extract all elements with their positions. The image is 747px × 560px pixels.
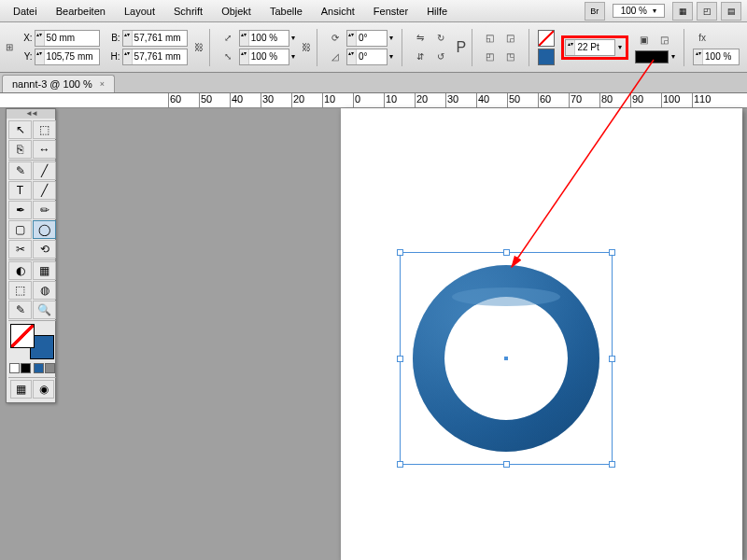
stroke-swatch[interactable] <box>538 49 555 65</box>
x-field[interactable]: ▴▾ <box>35 30 100 47</box>
shear-icon: ◿ <box>326 49 345 65</box>
height-field[interactable]: ▴▾ <box>122 49 188 65</box>
constrain-icon[interactable]: ⛓ <box>193 39 205 56</box>
zoom-dropdown[interactable]: 100 % <box>613 4 665 18</box>
tool-0[interactable]: ↖ <box>8 120 32 139</box>
effect-swatch[interactable] <box>635 50 669 63</box>
shear-field[interactable]: ▴▾ <box>346 49 388 65</box>
mini-swatch[interactable] <box>34 363 44 373</box>
tool-9[interactable]: ✏ <box>33 201 56 219</box>
select-prev-icon[interactable]: ◰ <box>481 49 500 65</box>
tool-12[interactable]: ✂ <box>8 240 32 259</box>
rotate-cw-icon[interactable]: ↻ <box>431 30 450 47</box>
bridge-button[interactable]: Br <box>585 2 605 21</box>
stroke-weight-field[interactable]: ▴▾ <box>565 39 615 56</box>
handle-top-mid[interactable] <box>503 249 510 256</box>
tool-16[interactable]: ⬚ <box>8 281 32 300</box>
handle-bot-left[interactable] <box>397 461 403 468</box>
menu-fenster[interactable]: Fenster <box>364 2 417 21</box>
tool-17[interactable]: ◍ <box>33 281 56 300</box>
document-tab[interactable]: nannt-3 @ 100 %× <box>2 75 115 92</box>
menu-bar: Datei Bearbeiten Layout Schrift Objekt T… <box>0 0 747 22</box>
menu-layout[interactable]: Layout <box>115 2 164 21</box>
menu-datei[interactable]: Datei <box>4 2 47 21</box>
handle-top-right[interactable] <box>609 249 615 256</box>
handle-mid-left[interactable] <box>397 356 403 362</box>
tool-7[interactable]: ╱ <box>33 181 56 200</box>
tool-5[interactable]: ╱ <box>33 161 56 180</box>
handle-bot-right[interactable] <box>609 461 615 468</box>
screen-mode-icon[interactable]: ◰ <box>697 2 717 21</box>
tool-4[interactable]: ✎ <box>8 161 32 180</box>
reference-point-icon[interactable]: ⊞ <box>4 39 16 56</box>
width-field[interactable]: ▴▾ <box>122 30 188 47</box>
y-field[interactable]: ▴▾ <box>35 49 100 65</box>
scale-x-field[interactable]: ▴▾ <box>239 30 289 47</box>
tool-2[interactable]: ⎘ <box>8 140 32 159</box>
tool-1[interactable]: ⬚ <box>33 120 56 139</box>
rotate-field[interactable]: ▴▾ <box>346 30 388 47</box>
select-content-icon[interactable]: ◲ <box>501 30 520 47</box>
tool-3[interactable]: ↔ <box>33 140 56 159</box>
selection-bounding-box[interactable] <box>400 252 613 465</box>
center-point[interactable] <box>504 357 508 360</box>
w-label: B: <box>109 33 120 43</box>
view-mode-button[interactable]: ◉ <box>33 380 54 399</box>
handle-bot-mid[interactable] <box>503 461 510 468</box>
stroke-weight-highlight: ▴▾▾ <box>561 35 628 60</box>
opacity-icon: fx <box>693 30 712 47</box>
tools-panel[interactable]: ↖⬚⎘↔✎╱T╱✒✏▢◯✂⟲◐▦⬚◍✎🔍▦◉ <box>6 108 56 403</box>
opacity-field[interactable]: ▴▾ <box>693 49 740 65</box>
scale-y-field[interactable]: ▴▾ <box>239 49 289 65</box>
h-label: H: <box>109 51 120 62</box>
menu-objekt[interactable]: Objekt <box>212 2 261 21</box>
handle-top-left[interactable] <box>397 249 403 256</box>
paragraph-icon[interactable]: P <box>456 39 468 56</box>
control-bar: ⊞ X:▴▾ Y:▴▾ B:▴▾ H:▴▾ ⛓ ⤢▴▾▾ ⤡▴▾▾ ⛓ ⟳▴▾▾… <box>0 22 747 73</box>
select-container-icon[interactable]: ◱ <box>481 30 500 47</box>
document-tabs: nannt-3 @ 100 %× <box>0 73 747 93</box>
tool-11[interactable]: ◯ <box>33 220 56 239</box>
workspace: ↖⬚⎘↔✎╱T╱✒✏▢◯✂⟲◐▦⬚◍✎🔍▦◉ <box>0 108 747 560</box>
text-wrap-icon[interactable]: ▣ <box>634 32 653 49</box>
view-mode-icon[interactable]: ▦ <box>672 2 693 21</box>
tool-19[interactable]: 🔍 <box>33 301 56 319</box>
handle-mid-right[interactable] <box>609 356 615 362</box>
constrain-scale-icon[interactable]: ⛓ <box>301 39 313 56</box>
fill-swatch[interactable] <box>538 30 555 47</box>
close-tab-icon[interactable]: × <box>100 79 105 89</box>
x-label: X: <box>21 33 33 43</box>
y-label: Y: <box>21 51 33 62</box>
mini-swatch[interactable] <box>45 363 55 373</box>
corner-icon[interactable]: ◲ <box>655 32 673 49</box>
flip-h-icon[interactable]: ⇋ <box>411 30 430 47</box>
menu-hilfe[interactable]: Hilfe <box>417 2 457 21</box>
tool-18[interactable]: ✎ <box>8 301 32 319</box>
mini-swatch[interactable] <box>21 363 31 373</box>
menu-ansicht[interactable]: Ansicht <box>312 2 364 21</box>
flip-v-icon[interactable]: ⇵ <box>411 49 430 65</box>
select-next-icon[interactable]: ◳ <box>501 49 520 65</box>
scale-y-icon: ⤡ <box>218 49 237 65</box>
menu-tabelle[interactable]: Tabelle <box>261 2 312 21</box>
menu-bearbeiten[interactable]: Bearbeiten <box>47 2 115 21</box>
scale-x-icon: ⤢ <box>218 30 237 47</box>
tool-8[interactable]: ✒ <box>8 201 32 219</box>
fill-stroke-proxy[interactable] <box>10 324 54 359</box>
tool-15[interactable]: ▦ <box>33 261 56 280</box>
horizontal-ruler: 6050403020100102030405060708090100110 <box>0 93 747 108</box>
tool-10[interactable]: ▢ <box>8 220 32 239</box>
view-mode-button[interactable]: ▦ <box>10 380 32 399</box>
tool-6[interactable]: T <box>8 181 32 200</box>
menu-schrift[interactable]: Schrift <box>164 2 212 21</box>
rotate-icon: ⟳ <box>326 30 345 47</box>
rotate-ccw-icon[interactable]: ↺ <box>431 49 450 65</box>
panel-collapse-icon[interactable] <box>7 109 55 119</box>
mini-swatch[interactable] <box>9 363 20 373</box>
tool-13[interactable]: ⟲ <box>33 240 56 259</box>
tool-14[interactable]: ◐ <box>8 261 32 280</box>
arrange-icon[interactable]: ▤ <box>721 2 741 21</box>
